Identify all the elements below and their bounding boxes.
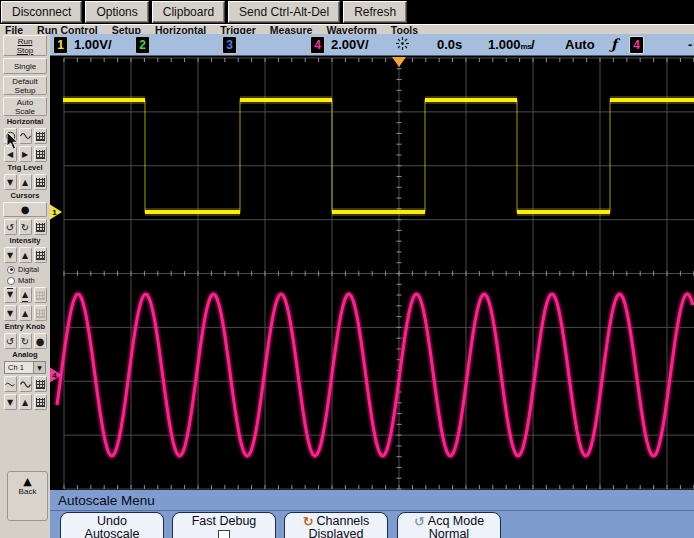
up-arrow-icon: ▲ bbox=[22, 178, 28, 187]
rotate-cw-icon: ↻ bbox=[21, 222, 29, 233]
send-ctrl-alt-del-button[interactable]: Send Ctrl-Alt-Del bbox=[228, 1, 340, 23]
refresh-button[interactable]: Refresh bbox=[343, 1, 407, 23]
analog-position-up-button[interactable]: ▲ bbox=[19, 394, 32, 410]
rotate-ccw-icon: ↺ bbox=[6, 222, 14, 233]
options-button[interactable]: Options bbox=[85, 1, 148, 23]
math-intensity-up-button[interactable]: ▲ bbox=[19, 305, 32, 321]
channel-3-button[interactable]: 3 bbox=[222, 36, 237, 54]
analog-scale-large-button[interactable] bbox=[19, 376, 32, 392]
digital-label: Digital bbox=[18, 265, 39, 274]
trig-level-keypad-button[interactable] bbox=[34, 174, 47, 190]
menu-setup[interactable]: Setup bbox=[112, 25, 141, 35]
up-arrow-icon: ▲ bbox=[23, 477, 31, 487]
keypad-icon bbox=[36, 251, 45, 260]
analog-position-down-button[interactable]: ▼ bbox=[4, 394, 17, 410]
menu-horizontal[interactable]: Horizontal bbox=[155, 25, 206, 35]
cycle-icon: ↺ bbox=[414, 515, 425, 528]
math-label: Math bbox=[18, 276, 35, 285]
channel-4-button[interactable]: 4 bbox=[310, 36, 325, 54]
keypad-icon bbox=[36, 398, 45, 407]
scope-display: 14 bbox=[50, 56, 694, 490]
svg-text:4: 4 bbox=[52, 371, 57, 380]
delay-right-button[interactable]: ▶ bbox=[19, 146, 32, 162]
default-setup-button[interactable]: Default Setup bbox=[3, 76, 47, 95]
clipboard-button[interactable]: Clipboard bbox=[152, 1, 225, 23]
keypad-icon bbox=[36, 132, 45, 141]
fast-debug-button[interactable]: Fast Debug bbox=[172, 512, 276, 538]
back-button[interactable]: ▲ Back bbox=[7, 471, 48, 521]
cursors-section-label: Cursors bbox=[11, 192, 40, 200]
up-arrow-icon: ▲ bbox=[22, 251, 28, 260]
scope-status-bar: 1 1.00V/ 2 3 4 2.00V/ 0.0s 1.000ms/ Auto… bbox=[50, 34, 694, 56]
analog-scale-small-button[interactable] bbox=[4, 376, 17, 392]
setup-label: Setup bbox=[4, 86, 46, 95]
horizontal-sun-icon bbox=[395, 36, 410, 54]
channel-1-button[interactable]: 1 bbox=[53, 36, 68, 54]
entry-knob-section-label: Entry Knob bbox=[5, 323, 45, 331]
cursors-cw-button[interactable]: ↻ bbox=[19, 219, 32, 235]
intensity-keypad-button[interactable] bbox=[34, 247, 47, 263]
waveform-canvas: 14 bbox=[50, 56, 694, 490]
normal-label: Normal bbox=[429, 528, 469, 538]
channels-displayed-button[interactable]: ↻ Channels Displayed bbox=[284, 512, 388, 538]
remote-toolbar: Disconnect Options Clipboard Send Ctrl-A… bbox=[0, 0, 694, 24]
displayed-label: Displayed bbox=[309, 528, 364, 538]
default-label: Default bbox=[4, 77, 46, 86]
menu-trigger[interactable]: Trigger bbox=[220, 25, 256, 35]
math-intensity-down-button[interactable]: ▼ bbox=[4, 305, 17, 321]
keypad-icon bbox=[36, 178, 45, 187]
menu-waveform[interactable]: Waveform bbox=[326, 25, 376, 35]
delay-left-button[interactable]: ◀ bbox=[4, 146, 17, 162]
keypad-icon bbox=[36, 223, 45, 232]
undo-autoscale-button[interactable]: Undo Autoscale bbox=[60, 512, 164, 538]
digital-keypad-button-disabled bbox=[34, 287, 47, 303]
cursors-ccw-button[interactable]: ↺ bbox=[4, 219, 17, 235]
horizontal-section-label: Horizontal bbox=[7, 118, 44, 126]
large-wave-icon bbox=[20, 380, 31, 389]
fast-debug-checkbox[interactable] bbox=[218, 530, 230, 538]
cursors-knob-button[interactable]: ● bbox=[3, 202, 47, 217]
delay-keypad-button[interactable] bbox=[34, 146, 47, 162]
menu-file[interactable]: File bbox=[5, 25, 23, 35]
digital-intensity-up-button[interactable]: ▲ bbox=[19, 287, 32, 303]
run-label: Run bbox=[4, 37, 46, 46]
cursors-keypad-button[interactable] bbox=[34, 219, 47, 235]
radio-selected-icon bbox=[7, 266, 15, 274]
channel-1-scale: 1.00V/ bbox=[74, 37, 112, 52]
intensity-up-button[interactable]: ▲ bbox=[19, 247, 32, 263]
trig-level-section-label: Trig Level bbox=[7, 164, 42, 172]
single-button[interactable]: Single bbox=[3, 58, 47, 74]
dot-icon: ● bbox=[36, 336, 45, 347]
horizontal-vernier-button[interactable] bbox=[19, 128, 32, 144]
trig-level-down-button[interactable]: ▼ bbox=[4, 174, 17, 190]
entry-knob-ccw-button[interactable]: ↺ bbox=[4, 333, 17, 349]
back-label: Back bbox=[19, 487, 37, 496]
entry-knob-cw-button[interactable]: ↻ bbox=[19, 333, 32, 349]
acq-mode-button[interactable]: ↺ Acq Mode Normal bbox=[397, 512, 501, 538]
run-stop-button[interactable]: Run Stop bbox=[3, 35, 47, 56]
menu-run-control[interactable]: Run Control bbox=[37, 25, 98, 35]
math-radio[interactable]: Math bbox=[3, 276, 47, 285]
horizontal-keypad-button[interactable] bbox=[34, 128, 47, 144]
entry-knob-push-button[interactable]: ● bbox=[34, 333, 47, 349]
auto-scale-button[interactable]: Auto Scale bbox=[3, 97, 47, 116]
keypad-icon bbox=[36, 309, 45, 318]
digital-intensity-down-button[interactable]: ▼ bbox=[4, 287, 17, 303]
trigger-source-badge: 4 bbox=[629, 36, 644, 54]
menu-tools[interactable]: Tools bbox=[391, 25, 418, 35]
rotate-cw-icon: ↻ bbox=[21, 336, 29, 347]
channel-select-dropdown[interactable]: Ch 1 ▼ bbox=[4, 361, 46, 374]
intensity-down-button[interactable]: ▼ bbox=[4, 247, 17, 263]
analog-position-keypad-button[interactable] bbox=[34, 394, 47, 410]
channel-4-scale: 2.00V/ bbox=[331, 37, 369, 52]
digital-radio[interactable]: Digital bbox=[3, 265, 47, 274]
trig-level-up-button[interactable]: ▲ bbox=[19, 174, 32, 190]
horizontal-knob-button[interactable] bbox=[4, 128, 17, 144]
auto-label: Auto bbox=[4, 98, 46, 107]
analog-scale-keypad-button[interactable] bbox=[34, 376, 47, 392]
menu-measure[interactable]: Measure bbox=[270, 25, 313, 35]
intensity-section-label: Intensity bbox=[10, 237, 41, 245]
rotate-ccw-icon: ↺ bbox=[6, 336, 14, 347]
disconnect-button[interactable]: Disconnect bbox=[1, 1, 82, 23]
channel-2-button[interactable]: 2 bbox=[135, 36, 150, 54]
